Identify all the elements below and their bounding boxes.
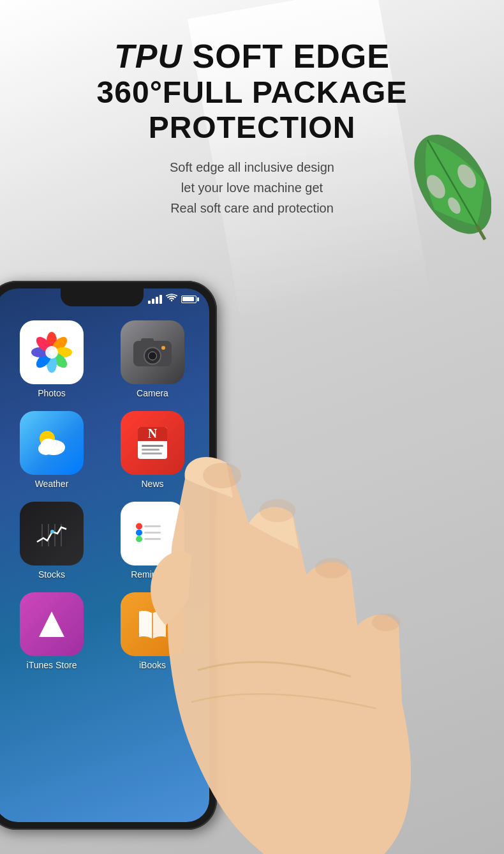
battery-fill <box>182 297 194 301</box>
app-item-itunes[interactable]: iTunes Store <box>8 592 96 670</box>
app-icon-photos <box>20 320 84 384</box>
app-item-photos[interactable]: Photos <box>8 320 96 398</box>
svg-text:N: N <box>148 426 158 440</box>
svg-point-14 <box>45 346 58 359</box>
svg-point-41 <box>315 558 348 578</box>
app-icon-stocks <box>20 502 84 566</box>
app-icon-weather <box>20 411 84 475</box>
battery-icon <box>181 296 196 303</box>
subtitle: Soft edge all inclusive design let your … <box>0 157 504 218</box>
header-section: TPU SOFT EDGE 360°FULL PACKAGE PROTECTIO… <box>0 38 504 218</box>
svg-point-39 <box>203 463 241 488</box>
app-label-photos: Photos <box>38 388 66 398</box>
subtitle-line1: Soft edge all inclusive design <box>0 157 504 177</box>
tpu-text: TPU <box>114 38 182 75</box>
svg-point-18 <box>41 438 56 451</box>
signal-bar-2 <box>152 299 154 304</box>
svg-point-30 <box>50 530 54 534</box>
camera-body <box>133 338 172 366</box>
svg-point-40 <box>260 499 295 522</box>
wifi-icon <box>166 294 177 304</box>
app-label-weather: Weather <box>35 479 69 489</box>
subtitle-line3: Real soft care and protection <box>0 198 504 218</box>
app-icon-camera <box>121 320 184 384</box>
title-line1: TPU SOFT EDGE <box>0 38 504 75</box>
app-item-camera[interactable]: Camera <box>108 320 196 398</box>
soft-edge-text: SOFT EDGE <box>182 38 390 75</box>
app-icon-itunes <box>20 592 84 656</box>
signal-bar-1 <box>148 301 151 304</box>
signal-bar-4 <box>159 295 162 304</box>
app-label-stocks: Stocks <box>38 569 65 580</box>
app-label-itunes: iTunes Store <box>27 660 77 670</box>
signal-bars <box>148 295 162 304</box>
phone-hand-area: Photos Camera <box>0 268 504 854</box>
svg-marker-37 <box>39 611 64 637</box>
svg-point-42 <box>372 613 400 631</box>
camera-lens-inner <box>148 352 157 361</box>
signal-bar-3 <box>156 297 158 304</box>
app-item-stocks[interactable]: Stocks <box>8 502 96 580</box>
app-label-camera: Camera <box>137 388 168 398</box>
hand-image <box>134 447 485 854</box>
title-line2: 360°FULL PACKAGE PROTECTION <box>0 75 504 145</box>
camera-lens <box>144 347 161 365</box>
app-item-weather[interactable]: Weather <box>8 411 96 489</box>
subtitle-line2: let your love machine get <box>0 177 504 198</box>
phone-notch <box>61 288 144 306</box>
camera-dot <box>161 346 165 350</box>
